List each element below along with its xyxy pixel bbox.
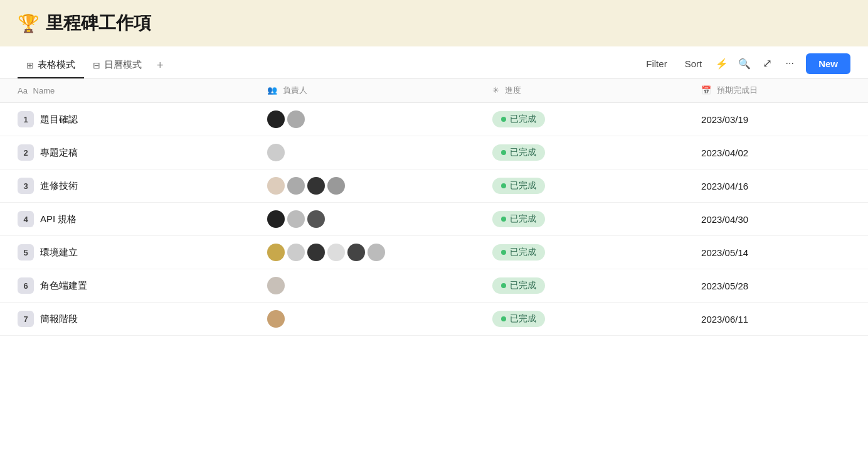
status-badge: 已完成 bbox=[492, 311, 545, 327]
status-cell: 已完成 bbox=[482, 169, 691, 203]
row-number: 6 bbox=[18, 277, 34, 294]
avatar bbox=[267, 277, 285, 294]
page-header: 🏆 里程碑工作項 bbox=[0, 0, 868, 46]
row-name: 角色端建置 bbox=[40, 280, 87, 292]
status-cell: 已完成 bbox=[482, 236, 691, 269]
status-dot bbox=[501, 150, 506, 155]
status-cell: 已完成 bbox=[482, 303, 691, 336]
owner-cell bbox=[257, 203, 482, 236]
due-date-value: 2023/06/11 bbox=[701, 314, 748, 325]
due-date-value: 2023/05/28 bbox=[701, 281, 748, 291]
row-name: 題目確認 bbox=[40, 114, 78, 126]
tab-calendar[interactable]: ⊟ 日曆模式 bbox=[84, 53, 151, 78]
name-cell: 3 進修技術 bbox=[0, 169, 257, 203]
owner-cell bbox=[257, 303, 482, 336]
calendar-tab-icon: ⊟ bbox=[93, 60, 100, 70]
status-label: 已完成 bbox=[510, 280, 536, 291]
col-owner: 👥 負責人 bbox=[257, 78, 482, 103]
tab-table-label: 表格模式 bbox=[38, 59, 75, 71]
page-title: 里程碑工作項 bbox=[46, 11, 151, 35]
owner-cell bbox=[257, 136, 482, 169]
avatar bbox=[327, 244, 345, 261]
row-number: 4 bbox=[18, 211, 34, 227]
status-label: 已完成 bbox=[510, 114, 536, 125]
more-icon: ··· bbox=[785, 58, 793, 69]
avatar bbox=[368, 244, 385, 261]
col-due-date: 📅 預期完成日 bbox=[691, 78, 868, 103]
status-badge: 已完成 bbox=[492, 277, 545, 294]
sort-label: Sort bbox=[685, 58, 702, 69]
name-col-icon: Aa bbox=[18, 86, 28, 95]
name-cell: 1 題目確認 bbox=[0, 103, 257, 136]
table-row[interactable]: 3 進修技術 已完成 2023/04/16 bbox=[0, 169, 868, 203]
status-dot bbox=[501, 283, 506, 288]
due-date-cell: 2023/03/19 bbox=[691, 103, 868, 136]
toolbar-actions: Filter Sort ⚡ 🔍 ⤢ ··· New bbox=[638, 53, 850, 78]
due-date-cell: 2023/04/02 bbox=[691, 136, 868, 169]
status-badge: 已完成 bbox=[492, 178, 545, 194]
avatar bbox=[267, 177, 285, 195]
status-cell: 已完成 bbox=[482, 203, 691, 236]
due-date-cell: 2023/06/11 bbox=[691, 303, 868, 336]
due-date-value: 2023/05/14 bbox=[701, 247, 748, 258]
owner-col-icon: 👥 bbox=[267, 85, 277, 95]
table-row[interactable]: 5 環境建立 已完成 2023/05/14 bbox=[0, 236, 868, 269]
status-cell: 已完成 bbox=[482, 136, 691, 169]
avatar bbox=[267, 144, 285, 161]
lightning-icon: ⚡ bbox=[716, 58, 728, 70]
trophy-icon: 🏆 bbox=[18, 13, 40, 34]
tab-table[interactable]: ⊞ 表格模式 bbox=[18, 53, 84, 78]
owner-cell bbox=[257, 169, 482, 203]
name-cell: 6 角色端建置 bbox=[0, 269, 257, 303]
col-due-date-label: 預期完成日 bbox=[717, 85, 758, 95]
due-date-col-icon: 📅 bbox=[701, 85, 711, 95]
col-name-label: Name bbox=[33, 86, 55, 95]
status-badge: 已完成 bbox=[492, 144, 545, 161]
status-badge: 已完成 bbox=[492, 111, 545, 127]
status-cell: 已完成 bbox=[482, 103, 691, 136]
avatar bbox=[267, 244, 285, 261]
status-badge: 已完成 bbox=[492, 211, 545, 227]
search-icon: 🔍 bbox=[738, 58, 751, 70]
status-label: 已完成 bbox=[510, 313, 536, 325]
row-name: 簡報階段 bbox=[40, 313, 78, 325]
col-name: Aa Name bbox=[0, 78, 257, 103]
status-badge: 已完成 bbox=[492, 244, 545, 261]
status-label: 已完成 bbox=[510, 180, 536, 191]
due-date-value: 2023/04/02 bbox=[701, 148, 748, 158]
due-date-value: 2023/03/19 bbox=[701, 114, 748, 125]
link-button[interactable]: ⤢ bbox=[757, 53, 777, 73]
search-button[interactable]: 🔍 bbox=[734, 53, 754, 73]
avatar bbox=[267, 310, 285, 328]
toolbar: ⊞ 表格模式 ⊟ 日曆模式 + Filter Sort ⚡ 🔍 ⤢ ··· Ne… bbox=[0, 46, 868, 78]
name-cell: 7 簡報階段 bbox=[0, 303, 257, 336]
sort-button[interactable]: Sort bbox=[677, 55, 710, 73]
due-date-cell: 2023/05/28 bbox=[691, 269, 868, 303]
link-icon: ⤢ bbox=[763, 56, 772, 70]
table-row[interactable]: 6 角色端建置 已完成 2023/05/28 bbox=[0, 269, 868, 303]
due-date-cell: 2023/05/14 bbox=[691, 236, 868, 269]
filter-button[interactable]: Filter bbox=[638, 55, 674, 73]
main-table: Aa Name 👥 負責人 ✳ 進度 📅 預期完成日 1 bbox=[0, 78, 868, 336]
table-row[interactable]: 2 專題定稿 已完成 2023/04/02 bbox=[0, 136, 868, 169]
lightning-button[interactable]: ⚡ bbox=[712, 53, 732, 73]
avatar bbox=[267, 210, 285, 228]
avatar bbox=[287, 177, 305, 195]
table-header-row: Aa Name 👥 負責人 ✳ 進度 📅 預期完成日 bbox=[0, 78, 868, 103]
add-tab-button[interactable]: + bbox=[151, 53, 170, 78]
col-progress-label: 進度 bbox=[505, 85, 521, 95]
progress-col-icon: ✳ bbox=[492, 85, 499, 95]
status-dot bbox=[501, 250, 506, 255]
row-number: 2 bbox=[18, 144, 34, 161]
status-label: 已完成 bbox=[510, 247, 536, 258]
row-name: 進修技術 bbox=[40, 180, 78, 192]
table-row[interactable]: 7 簡報階段 已完成 2023/06/11 bbox=[0, 303, 868, 336]
status-label: 已完成 bbox=[510, 147, 536, 158]
more-button[interactable]: ··· bbox=[780, 53, 800, 73]
row-number: 7 bbox=[18, 311, 34, 327]
new-button[interactable]: New bbox=[806, 53, 850, 74]
table-row[interactable]: 1 題目確認 已完成 2023/03/19 bbox=[0, 103, 868, 136]
row-name: 環境建立 bbox=[40, 247, 78, 259]
table-row[interactable]: 4 API 規格 已完成 2023/04/30 bbox=[0, 203, 868, 236]
due-date-value: 2023/04/16 bbox=[701, 181, 748, 191]
